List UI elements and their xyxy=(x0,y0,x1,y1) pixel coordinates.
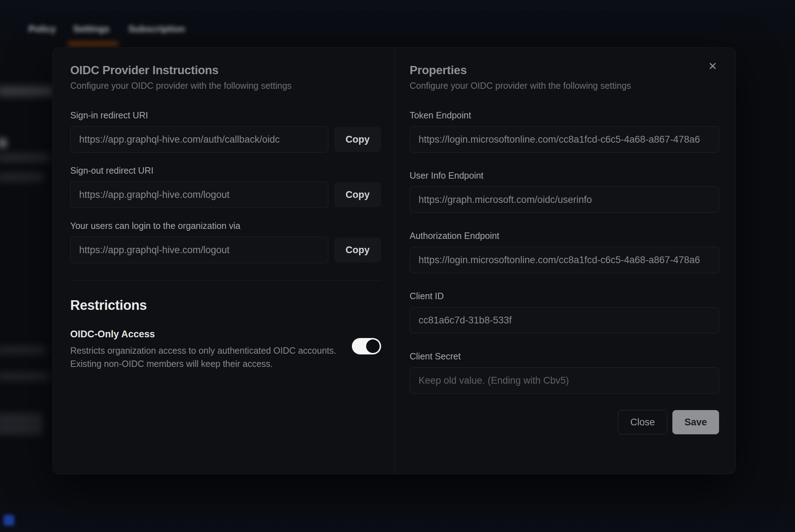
tab-subscription[interactable]: Subscription xyxy=(128,24,185,35)
section-title: Properties xyxy=(410,63,719,77)
blurred-button xyxy=(0,413,43,435)
client-id-input[interactable] xyxy=(410,307,719,333)
active-tab-indicator xyxy=(68,42,118,45)
signout-redirect-input[interactable] xyxy=(70,181,328,208)
userinfo-endpoint-input[interactable] xyxy=(410,186,719,213)
blurred-blue-square xyxy=(4,515,14,526)
copy-button[interactable]: Copy xyxy=(334,237,381,262)
signout-redirect-label: Sign-out redirect URI xyxy=(70,165,381,176)
client-secret-label: Client Secret xyxy=(410,351,719,362)
section-title: OIDC Provider Instructions xyxy=(70,63,381,77)
signin-redirect-label: Sign-in redirect URI xyxy=(70,110,381,121)
section-subtitle: Configure your OIDC provider with the fo… xyxy=(70,81,381,91)
properties-section: Properties Configure your OIDC provider … xyxy=(410,48,719,434)
oidc-only-access-text: OIDC-Only Access Restricts organization … xyxy=(70,329,336,370)
copy-button[interactable]: Copy xyxy=(334,182,381,207)
column-divider xyxy=(395,48,395,474)
oidc-instructions-section: OIDC Provider Instructions Configure you… xyxy=(70,48,381,370)
tab-settings[interactable]: Settings xyxy=(73,24,110,35)
blurred-text-block xyxy=(0,87,53,96)
client-secret-input[interactable] xyxy=(410,367,719,394)
section-divider xyxy=(70,280,381,281)
userinfo-endpoint-label: User Info Endpoint xyxy=(410,170,719,181)
signin-redirect-input[interactable] xyxy=(70,126,328,153)
authorization-endpoint-input[interactable] xyxy=(410,247,719,273)
blurred-text-block xyxy=(0,174,44,181)
restrictions-heading: Restrictions xyxy=(70,298,381,313)
close-button[interactable]: Close xyxy=(618,410,667,434)
oidc-only-access-description: Restricts organization access to only au… xyxy=(70,344,336,370)
blurred-text-block xyxy=(0,373,50,380)
oidc-only-access-label: OIDC-Only Access xyxy=(70,329,336,340)
login-via-input[interactable] xyxy=(70,237,328,263)
blurred-text-block xyxy=(0,138,6,148)
login-via-label: Your users can login to the organization… xyxy=(70,221,381,231)
section-subtitle: Configure your OIDC provider with the fo… xyxy=(410,81,719,91)
save-button[interactable]: Save xyxy=(672,410,719,434)
oidc-only-toggle[interactable] xyxy=(352,338,381,354)
authorization-endpoint-label: Authorization Endpoint xyxy=(410,231,719,241)
client-id-label: Client ID xyxy=(410,291,719,301)
token-endpoint-input[interactable] xyxy=(410,126,719,153)
toggle-thumb xyxy=(366,339,380,353)
blurred-text-block xyxy=(0,154,50,161)
oidc-settings-dialog: ✕ OIDC Provider Instructions Configure y… xyxy=(52,47,736,474)
copy-button[interactable]: Copy xyxy=(334,127,381,152)
tab-policy[interactable]: Policy xyxy=(29,24,56,35)
blurred-text-block xyxy=(0,347,46,354)
token-endpoint-label: Token Endpoint xyxy=(410,110,719,121)
